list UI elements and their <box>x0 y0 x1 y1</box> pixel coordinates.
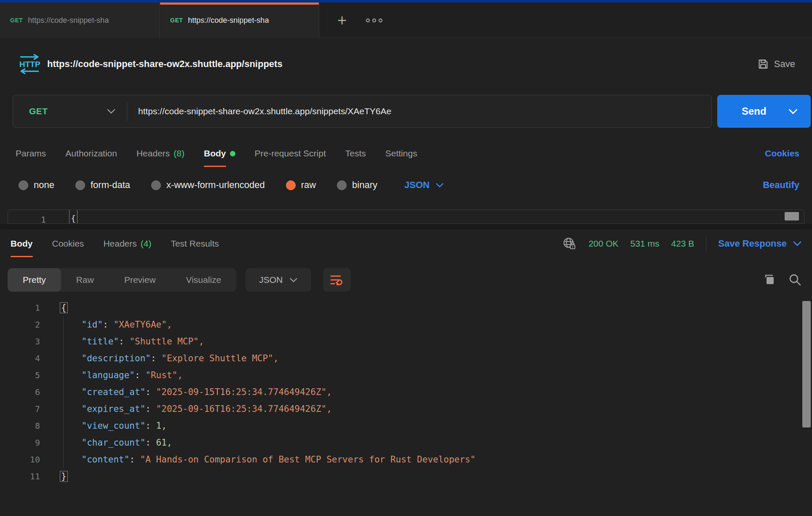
view-visualize[interactable]: Visualize <box>171 268 237 292</box>
pane-splitter[interactable] <box>0 224 812 229</box>
view-preview[interactable]: Preview <box>109 268 171 292</box>
tab-tests[interactable]: Tests <box>345 139 366 168</box>
code-line: 4 "description": "Explore Shuttle MCP", <box>0 350 812 367</box>
method-value: GET <box>29 106 48 116</box>
response-format-dropdown[interactable]: JSON <box>246 268 311 292</box>
request-url-bar: GET https://code-snippet-share-ow2x.shut… <box>13 95 712 128</box>
tab-method-badge: GET <box>170 17 183 24</box>
response-time[interactable]: 531 ms <box>630 239 660 249</box>
code-line: 5 "language": "Rust", <box>0 367 812 384</box>
tab-settings[interactable]: Settings <box>385 139 417 168</box>
code-line: 9 "char_count": 61, <box>0 434 812 451</box>
tab-method-badge: GET <box>10 17 23 24</box>
editor-scrollbar-thumb[interactable] <box>785 212 799 220</box>
code-line: 1{ <box>0 299 812 316</box>
radio-raw-selected[interactable]: raw <box>286 180 316 191</box>
request-body-editor[interactable]: 1 { <box>8 210 804 224</box>
response-size[interactable]: 423 B <box>671 239 694 249</box>
tab-body-active[interactable]: Body <box>204 139 235 168</box>
radio-x-www-form-urlencoded[interactable]: x-www-form-urlencoded <box>151 180 265 191</box>
divider <box>127 102 127 121</box>
code-line: 10 "content": "A Hands-on Comparison of … <box>0 451 812 468</box>
cookies-link[interactable]: Cookies <box>765 148 799 159</box>
new-tab-button[interactable]: + <box>329 3 355 38</box>
url-input[interactable]: https://code-snippet-share-ow2x.shuttle.… <box>138 106 711 116</box>
headers-count: (8) <box>174 148 184 159</box>
code-line: 2 "id": "XAeTY6Ae", <box>0 316 812 333</box>
tab-authorization[interactable]: Authorization <box>65 139 117 168</box>
chevron-down-icon <box>793 241 802 247</box>
body-format-dropdown[interactable]: JSON <box>404 180 444 191</box>
app-window: GET https://code-snippet-sha GET https:/… <box>0 0 812 516</box>
tab-headers[interactable]: Headers (8) <box>136 139 184 168</box>
view-pretty-active[interactable]: Pretty <box>8 268 61 292</box>
response-section-tabs: Body Cookies Headers (4) Test Results 20… <box>11 229 802 258</box>
radio-selected-icon <box>286 180 296 190</box>
save-request-button[interactable]: Save <box>757 58 795 70</box>
view-segmented-control: Pretty Raw Preview Visualize <box>8 268 236 292</box>
tab-title: https://code-snippet-sha <box>188 16 269 25</box>
send-button[interactable]: Send <box>717 95 811 128</box>
save-response-button[interactable]: Save Response <box>718 238 802 249</box>
beautify-link[interactable]: Beautify <box>763 180 799 191</box>
status-badge[interactable]: 200 OK <box>588 239 618 249</box>
response-body-viewer[interactable]: 1{2 "id": "XAeTY6Ae",3 "title": "Shuttle… <box>0 299 812 516</box>
line-number: 6 <box>0 384 40 400</box>
radio-icon <box>337 180 347 190</box>
request-tab-strip: GET https://code-snippet-sha GET https:/… <box>0 3 812 38</box>
tab-prerequest-script[interactable]: Pre-request Script <box>255 139 326 168</box>
indent-guide <box>63 316 64 468</box>
response-scrollbar-thumb[interactable] <box>802 301 811 427</box>
line-number: 2 <box>0 316 40 333</box>
ellipsis-icon <box>366 19 370 22</box>
response-tab-body-active[interactable]: Body <box>11 229 33 258</box>
view-raw[interactable]: Raw <box>61 268 109 292</box>
body-type-options: none form-data x-www-form-urlencoded raw… <box>19 172 799 198</box>
ellipsis-icon <box>372 19 376 22</box>
line-number: 11 <box>0 468 40 485</box>
search-button[interactable] <box>788 273 802 287</box>
response-meta: 200 OK 531 ms 423 B Save Response <box>562 236 802 251</box>
response-tab-headers[interactable]: Headers (4) <box>103 229 151 258</box>
code-line: 7 "expires_at": "2025-09-16T16:25:34.774… <box>0 400 812 417</box>
search-icon <box>788 273 802 287</box>
wrap-lines-icon <box>329 274 345 286</box>
network-globe-lock-icon <box>562 236 577 251</box>
plus-icon: + <box>337 11 347 30</box>
tab-title: https://code-snippet-sha <box>28 16 109 25</box>
tab-params[interactable]: Params <box>16 139 46 168</box>
ellipsis-icon <box>379 19 382 22</box>
line-number: 7 <box>0 400 40 417</box>
radio-binary[interactable]: binary <box>337 180 377 191</box>
line-number: 10 <box>0 451 40 468</box>
svg-text:HTTP: HTTP <box>19 60 40 69</box>
http-protocol-icon: HTTP <box>18 53 41 75</box>
radio-icon <box>75 180 85 190</box>
request-header: HTTP https://code-snippet-share-ow2x.shu… <box>0 46 812 83</box>
response-tab-cookies[interactable]: Cookies <box>52 229 84 258</box>
copy-button[interactable] <box>762 273 777 287</box>
radio-icon <box>19 180 28 190</box>
request-title: https://code-snippet-share-ow2x.shuttle.… <box>47 59 283 70</box>
chevron-down-icon <box>788 108 798 115</box>
line-number: 3 <box>0 333 40 350</box>
response-headers-count: (4) <box>141 239 152 249</box>
line-number: 9 <box>0 434 40 451</box>
request-tab-2-active[interactable]: GET https://code-snippet-sha <box>160 3 319 38</box>
response-tab-test-results[interactable]: Test Results <box>171 229 219 258</box>
wrap-lines-button[interactable] <box>323 268 351 292</box>
request-tab-1[interactable]: GET https://code-snippet-sha <box>0 3 160 38</box>
send-label: Send <box>742 105 767 117</box>
chevron-down-icon <box>107 108 116 114</box>
copy-icon <box>762 273 777 287</box>
response-toolbar: Pretty Raw Preview Visualize JSON <box>8 268 802 292</box>
request-section-tabs: Params Authorization Headers (8) Body Pr… <box>16 139 799 168</box>
radio-form-data[interactable]: form-data <box>75 180 130 191</box>
save-icon <box>757 58 769 70</box>
method-dropdown[interactable]: GET <box>13 106 127 116</box>
editor-line-number: 1 <box>8 210 46 224</box>
tab-options-button[interactable] <box>361 3 387 38</box>
radio-none[interactable]: none <box>19 180 54 191</box>
response-code-lines: 1{2 "id": "XAeTY6Ae",3 "title": "Shuttle… <box>0 299 812 485</box>
code-line: 11} <box>0 468 812 485</box>
